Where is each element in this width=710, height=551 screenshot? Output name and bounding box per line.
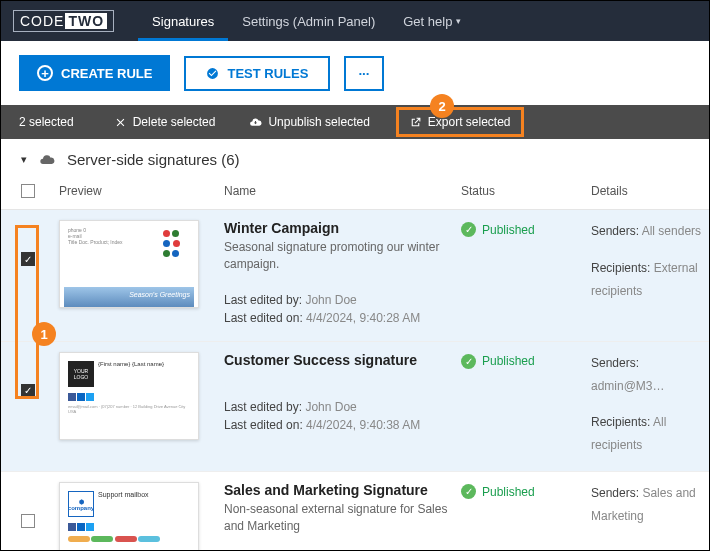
plus-icon: + (37, 65, 53, 81)
brand-logo: CODETWO (13, 10, 114, 32)
status-badge: ✓ Published (461, 352, 591, 369)
nav-settings[interactable]: Settings (Admin Panel) (228, 1, 389, 41)
cloud-down-icon (249, 116, 262, 129)
top-nav: Signatures Settings (Admin Panel) Get he… (138, 1, 475, 41)
table-row[interactable]: ✓ phone 0e-mailTitle Doc. Product; Index… (1, 210, 709, 342)
selection-count: 2 selected (19, 115, 88, 129)
delete-selected-button[interactable]: Delete selected (106, 111, 224, 133)
check-icon: ✓ (461, 484, 476, 499)
col-details: Details (591, 184, 709, 201)
row-checkbox[interactable] (21, 514, 35, 528)
check-circle-icon (206, 67, 219, 80)
callout-badge-2: 2 (430, 94, 454, 118)
col-preview: Preview (49, 184, 224, 201)
chevron-down-icon: ▾ (456, 16, 461, 26)
col-status: Status (461, 184, 591, 201)
export-selected-button[interactable]: Export selected (396, 107, 524, 137)
row-checkbox[interactable]: ✓ (21, 384, 35, 398)
selection-toolbar: 2 selected Delete selected Unpublish sel… (1, 105, 709, 139)
action-bar: + CREATE RULE TEST RULES ··· (1, 41, 709, 105)
brand-part2: TWO (65, 13, 107, 29)
nav-help[interactable]: Get help▾ (389, 1, 475, 41)
chevron-down-icon[interactable]: ▾ (21, 153, 27, 166)
preview-thumbnail[interactable]: ⬢companySupport mailbox (59, 482, 199, 551)
row-checkbox[interactable]: ✓ (21, 252, 35, 266)
status-badge: ✓ Published (461, 220, 591, 237)
create-rule-button[interactable]: + CREATE RULE (19, 55, 170, 91)
check-icon: ✓ (461, 354, 476, 369)
select-all-checkbox[interactable] (21, 184, 35, 198)
unpublish-selected-button[interactable]: Unpublish selected (241, 111, 377, 133)
status-badge: ✓ Published (461, 482, 591, 499)
signature-desc: Seasonal signature promoting our winter … (224, 239, 461, 273)
signature-name: Sales and Marketing Signature (224, 482, 461, 498)
top-bar: CODETWO Signatures Settings (Admin Panel… (1, 1, 709, 41)
preview-thumbnail[interactable]: phone 0e-mailTitle Doc. Product; Index S… (59, 220, 199, 308)
col-name: Name (224, 184, 461, 201)
table-row[interactable]: ✓ YOUR LOGO{First name} {Last name} emai… (1, 342, 709, 472)
cloud-icon (39, 151, 55, 168)
brand-part1: CODE (20, 13, 64, 29)
nav-signatures[interactable]: Signatures (138, 1, 228, 41)
signature-name: Customer Success signature (224, 352, 461, 368)
signature-desc: Non-seasonal external signature for Sale… (224, 501, 461, 535)
signature-name: Winter Campaign (224, 220, 461, 236)
close-icon (114, 116, 127, 129)
check-icon: ✓ (461, 222, 476, 237)
section-header: ▾ Server-side signatures (6) (1, 139, 709, 176)
more-button[interactable]: ··· (344, 56, 383, 91)
preview-thumbnail[interactable]: YOUR LOGO{First name} {Last name} email@… (59, 352, 199, 440)
test-rules-button[interactable]: TEST RULES (184, 56, 330, 91)
table-row[interactable]: ⬢companySupport mailbox Sales and Market… (1, 472, 709, 551)
table-header: Preview Name Status Details (1, 176, 709, 210)
section-title: Server-side signatures (6) (67, 151, 240, 168)
callout-badge-1: 1 (32, 322, 56, 346)
export-icon (409, 116, 422, 129)
